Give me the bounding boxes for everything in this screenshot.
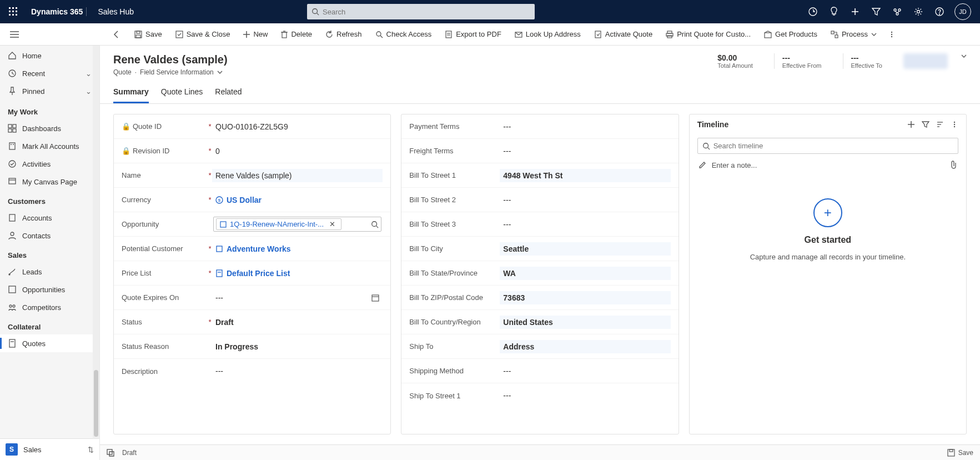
description-value[interactable]: --- [212, 364, 383, 378]
search-icon[interactable] [371, 221, 379, 228]
bill-street1-value[interactable]: 4948 West Th St [500, 169, 670, 182]
process-button[interactable]: Process [825, 28, 882, 41]
remove-lookup-icon[interactable]: ✕ [327, 220, 338, 228]
ship-to-value[interactable]: Address [500, 340, 670, 353]
field-potential-customer[interactable]: Potential Customer* Adventure Works [114, 237, 390, 261]
check-access-button[interactable]: Check Access [370, 28, 438, 41]
export-pdf-button[interactable]: Export to PDF [439, 28, 507, 41]
field-description[interactable]: Description --- [114, 359, 390, 383]
footer-popout-icon[interactable] [107, 449, 114, 457]
nav-dashboards[interactable]: Dashboards [0, 119, 99, 137]
price-list-value[interactable]: Default Price List [227, 269, 290, 278]
field-bill-street3[interactable]: Bill To Street 3--- [401, 212, 678, 237]
bill-state-value[interactable]: WA [500, 267, 670, 280]
currency-value[interactable]: US Dollar [227, 196, 262, 204]
field-opportunity[interactable]: Opportunity 1Q-19-Renew-NAmeric-Int-...✕ [114, 212, 390, 237]
nav-canvas[interactable]: My Canvas Page [0, 173, 99, 191]
save-button[interactable]: Save [129, 28, 168, 41]
name-input[interactable]: Rene Valdes (sample) [212, 169, 383, 182]
field-status-reason[interactable]: Status Reason In Progress [114, 334, 390, 359]
quote-expires-value[interactable]: --- [212, 291, 383, 304]
nav-collapse-icon[interactable] [4, 31, 24, 38]
new-button[interactable]: New [238, 28, 273, 41]
field-bill-street2[interactable]: Bill To Street 2--- [401, 188, 678, 212]
get-products-button[interactable]: Get Products [758, 28, 823, 41]
global-search[interactable] [307, 4, 535, 19]
gear-icon[interactable] [912, 6, 924, 18]
field-shipping-method[interactable]: Shipping Method--- [401, 359, 678, 383]
nav-accounts[interactable]: Accounts [0, 209, 99, 227]
lookup-address-button[interactable]: Look Up Address [509, 28, 586, 41]
user-avatar[interactable]: JD [954, 3, 971, 20]
delete-button[interactable]: Delete [275, 28, 318, 41]
status-reason-value[interactable]: In Progress [212, 340, 383, 353]
nav-recent[interactable]: Recent⌄ [0, 64, 99, 82]
timeline-sort-icon[interactable] [936, 121, 944, 128]
field-ship-street1[interactable]: Ship To Street 1--- [401, 383, 678, 408]
app-title[interactable]: Sales Hub [92, 7, 139, 16]
nav-quotes[interactable]: Quotes [0, 334, 99, 352]
tab-related[interactable]: Related [215, 84, 242, 103]
bill-country-value[interactable]: United States [500, 316, 670, 329]
bill-street2-value[interactable]: --- [500, 193, 670, 207]
opportunity-lookup[interactable]: 1Q-19-Renew-NAmeric-Int-...✕ [213, 217, 381, 232]
field-currency[interactable]: Currency* $US Dollar [114, 188, 390, 212]
add-icon[interactable] [849, 6, 861, 18]
field-bill-city[interactable]: Bill To CitySeattle [401, 237, 678, 261]
form-label[interactable]: Field Service Information [140, 68, 214, 76]
relationship-icon[interactable] [891, 6, 903, 18]
field-name[interactable]: Name* Rene Valdes (sample) [114, 163, 390, 188]
field-ship-to[interactable]: Ship ToAddress [401, 334, 678, 359]
nav-opportunities[interactable]: Opportunities [0, 281, 99, 298]
timeline-search[interactable] [697, 138, 958, 154]
timeline-note-input[interactable]: Enter a note... [697, 157, 958, 173]
app-launcher-icon[interactable] [4, 3, 22, 21]
footer-save-button[interactable]: Save [947, 449, 973, 457]
field-bill-street1[interactable]: Bill To Street 14948 West Th St [401, 163, 678, 188]
timeline-get-started-icon[interactable]: + [813, 198, 842, 227]
area-switcher[interactable]: S Sales ⇅ [0, 438, 99, 460]
sidenav-scrollbar[interactable] [93, 46, 99, 438]
field-quote-expires[interactable]: Quote Expires On --- [114, 286, 390, 310]
tab-summary[interactable]: Summary [113, 84, 149, 103]
field-bill-country[interactable]: Bill To Country/RegionUnited States [401, 310, 678, 334]
freight-terms-value[interactable]: --- [500, 144, 670, 158]
ship-street1-value[interactable]: --- [500, 389, 670, 402]
timeline-more-icon[interactable] [951, 121, 958, 128]
bill-city-value[interactable]: Seattle [500, 242, 670, 256]
bill-zip-value[interactable]: 73683 [500, 291, 670, 304]
print-quote-button[interactable]: Print Quote for Custo... [660, 28, 756, 41]
nav-activities[interactable]: Activities [0, 155, 99, 173]
opportunity-chip-label[interactable]: 1Q-19-Renew-NAmeric-Int-... [230, 220, 324, 228]
nav-pinned[interactable]: Pinned⌄ [0, 82, 99, 100]
bill-street3-value[interactable]: --- [500, 218, 670, 231]
timeline-add-icon[interactable] [907, 121, 915, 128]
field-bill-state[interactable]: Bill To State/ProvinceWA [401, 261, 678, 286]
back-button[interactable] [107, 30, 127, 39]
assistant-icon[interactable] [807, 6, 819, 18]
field-bill-zip[interactable]: Bill To ZIP/Postal Code73683 [401, 286, 678, 310]
calendar-icon[interactable] [371, 294, 379, 302]
potential-customer-value[interactable]: Adventure Works [227, 244, 291, 253]
field-freight-terms[interactable]: Freight Terms--- [401, 139, 678, 163]
brand-label[interactable]: Dynamics 365 [28, 7, 87, 16]
chevron-down-icon[interactable] [961, 53, 967, 59]
activate-quote-button[interactable]: Activate Quote [589, 28, 658, 41]
help-icon[interactable] [933, 6, 946, 18]
timeline-search-input[interactable] [713, 142, 953, 150]
refresh-button[interactable]: Refresh [320, 28, 368, 41]
nav-mark-accounts[interactable]: Mark All Accounts [0, 137, 99, 155]
nav-home[interactable]: Home [0, 47, 99, 64]
lightbulb-icon[interactable] [828, 6, 840, 18]
timeline-filter-icon[interactable] [922, 121, 929, 128]
nav-competitors[interactable]: Competitors [0, 298, 99, 316]
filter-icon[interactable] [870, 6, 882, 18]
global-search-input[interactable] [323, 8, 530, 16]
field-payment-terms[interactable]: Payment Terms--- [401, 114, 678, 139]
field-price-list[interactable]: Price List* Default Price List [114, 261, 390, 286]
command-overflow[interactable] [884, 28, 899, 41]
nav-leads[interactable]: Leads [0, 263, 99, 281]
attach-icon[interactable] [951, 161, 957, 169]
tab-quote-lines[interactable]: Quote Lines [161, 84, 203, 103]
save-close-button[interactable]: Save & Close [170, 28, 236, 41]
